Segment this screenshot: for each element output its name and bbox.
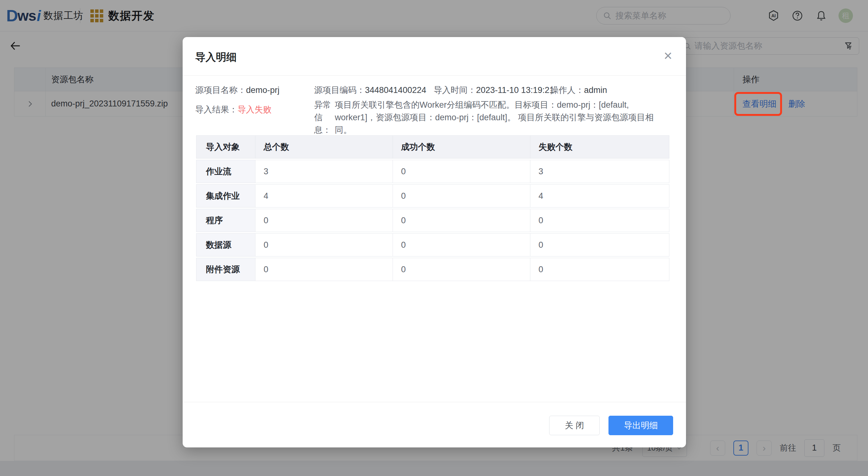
row-label: 附件资源 <box>196 258 255 281</box>
total-value: 0 <box>255 233 393 257</box>
header-total-count: 总个数 <box>255 135 393 158</box>
summary-row-attachment: 附件资源 0 0 0 <box>196 258 669 281</box>
source-project-code: 源项目编码：3448041400224 <box>314 84 426 96</box>
summary-row-program: 程序 0 0 0 <box>196 209 669 232</box>
summary-row-workflow: 作业流 3 0 3 <box>196 160 669 183</box>
row-label: 作业流 <box>196 160 255 183</box>
modal-close-icon[interactable]: × <box>664 48 672 63</box>
operator: 操作人：admin <box>550 84 607 96</box>
total-value: 0 <box>255 258 393 281</box>
import-result-value: 导入失败 <box>238 105 272 114</box>
import-detail-modal: 导入明细 × 源项目名称：demo-prj 源项目编码：344804140022… <box>183 37 686 447</box>
exception-text: 项目所关联引擎包含的Worker分组编码不匹配。目标项目：demo-prj：[d… <box>335 98 670 136</box>
total-value: 4 <box>255 184 393 208</box>
import-time-label: 导入时间： <box>434 85 476 95</box>
exception-info: 异常信息： 项目所关联引擎包含的Worker分组编码不匹配。目标项目：demo-… <box>314 98 670 136</box>
success-value: 0 <box>393 233 530 257</box>
summary-row-integration-job: 集成作业 4 0 4 <box>196 184 669 208</box>
row-label: 程序 <box>196 209 255 232</box>
header-success-count: 成功个数 <box>393 135 530 158</box>
source-project-name-label: 源项目名称： <box>195 85 246 95</box>
total-value: 3 <box>255 160 393 183</box>
import-time: 导入时间：2023-11-10 13:19:21 <box>434 84 554 96</box>
failed-value: 0 <box>530 258 669 281</box>
source-project-code-value: 3448041400224 <box>365 85 426 95</box>
success-value: 0 <box>393 258 530 281</box>
source-project-code-label: 源项目编码： <box>314 85 365 95</box>
import-info-row: 源项目名称：demo-prj 源项目编码：3448041400224 导入时间：… <box>195 84 674 96</box>
success-value: 0 <box>393 160 530 183</box>
operator-label: 操作人： <box>550 85 584 95</box>
success-value: 0 <box>393 184 530 208</box>
total-value: 0 <box>255 209 393 232</box>
summary-header-row: 导入对象 总个数 成功个数 失败个数 <box>196 135 669 158</box>
import-summary-table: 导入对象 总个数 成功个数 失败个数 作业流 3 0 3 集成作业 4 0 4 <box>196 134 669 282</box>
source-project-name-value: demo-prj <box>246 85 280 95</box>
row-label: 集成作业 <box>196 184 255 208</box>
success-value: 0 <box>393 209 530 232</box>
header-import-object: 导入对象 <box>196 135 255 158</box>
source-project-name: 源项目名称：demo-prj <box>195 84 280 96</box>
header-failed-count: 失败个数 <box>530 135 669 158</box>
failed-value: 0 <box>530 233 669 257</box>
import-time-value: 2023-11-10 13:19:21 <box>476 85 554 95</box>
modal-footer-divider <box>183 402 686 402</box>
import-result-label: 导入结果： <box>195 105 238 114</box>
summary-row-datasource: 数据源 0 0 0 <box>196 233 669 257</box>
export-detail-button[interactable]: 导出明细 <box>609 416 673 435</box>
failed-value: 4 <box>530 184 669 208</box>
modal-title: 导入明细 <box>195 50 237 64</box>
exception-label: 异常信息： <box>314 98 335 136</box>
row-label: 数据源 <box>196 233 255 257</box>
failed-value: 3 <box>530 160 669 183</box>
close-button[interactable]: 关 闭 <box>549 416 600 435</box>
failed-value: 0 <box>530 209 669 232</box>
import-result: 导入结果：导入失败 <box>195 103 272 116</box>
operator-value: admin <box>584 85 607 95</box>
